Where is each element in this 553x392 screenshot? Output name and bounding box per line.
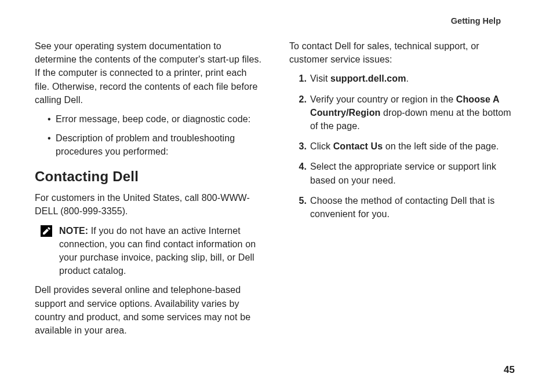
step-number: 2. — [296, 93, 307, 133]
list-item: 1. Visit support.dell.com. — [296, 72, 518, 85]
left-column: See your operating system documentation … — [35, 39, 264, 343]
step-number: 4. — [296, 160, 307, 186]
ordered-list: 1. Visit support.dell.com. 2. Verify you… — [289, 72, 518, 221]
note-body: NOTE: If you do not have an active Inter… — [59, 224, 264, 278]
list-item: 5. Choose the method of contacting Dell … — [296, 194, 518, 221]
two-column-layout: See your operating system documentation … — [35, 39, 518, 343]
step-text: Choose the method of contacting Dell tha… — [310, 194, 518, 221]
step-number: 1. — [296, 72, 307, 85]
step-number: 5. — [296, 194, 307, 221]
right-column: To contact Dell for sales, technical sup… — [289, 39, 518, 343]
list-item: 2. Verify your country or region in the … — [296, 93, 518, 133]
page-number: 45 — [504, 364, 515, 376]
bullet-list: Error message, beep code, or diagnostic … — [35, 112, 264, 159]
contacting-dell-heading: Contacting Dell — [35, 167, 264, 187]
list-item: Error message, beep code, or diagnostic … — [48, 112, 264, 126]
step-text: Visit support.dell.com. — [310, 72, 518, 85]
section-header: Getting Help — [35, 16, 518, 25]
step-number: 3. — [296, 140, 307, 153]
us-call-paragraph: For customers in the United States, call… — [35, 191, 264, 218]
intro-paragraph: See your operating system documentation … — [35, 39, 264, 107]
contact-intro: To contact Dell for sales, technical sup… — [289, 39, 518, 66]
step-text: Select the appropriate service or suppor… — [310, 160, 518, 186]
support-paragraph: Dell provides several online and telepho… — [35, 283, 264, 337]
list-item: Description of problem and troubleshooti… — [48, 131, 264, 158]
step-text: Click Contact Us on the left side of the… — [310, 140, 518, 153]
note-label: NOTE: — [59, 226, 88, 236]
list-item: 3. Click Contact Us on the left side of … — [296, 140, 518, 153]
pencil-note-icon — [41, 225, 52, 237]
step-text: Verify your country or region in the Cho… — [310, 93, 518, 133]
note-block: NOTE: If you do not have an active Inter… — [41, 224, 264, 278]
note-text: If you do not have an active Internet co… — [59, 226, 256, 276]
list-item: 4. Select the appropriate service or sup… — [296, 160, 518, 186]
